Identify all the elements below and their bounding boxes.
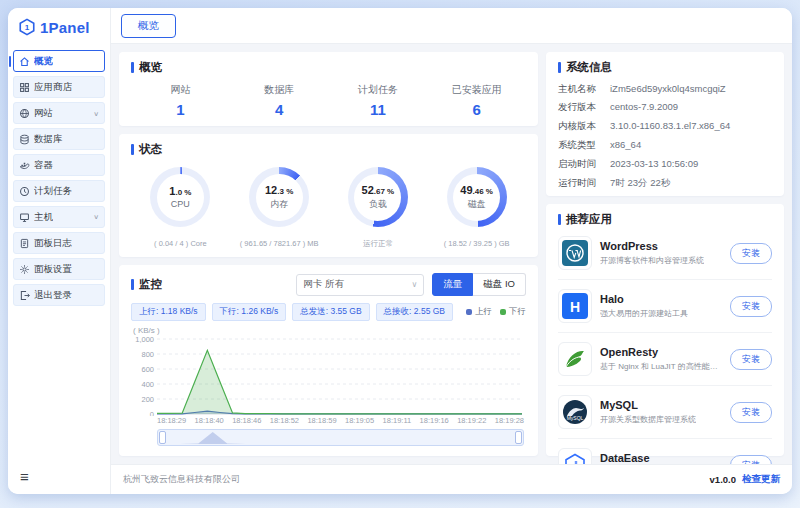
sidebar-item-settings[interactable]: 面板设置 ∨ [13,258,105,280]
gauge: 52.67 % 负载 运行正常 [329,167,428,249]
x-axis-label: 18:19:11 [383,416,412,425]
sidebar-item-host[interactable]: 主机 ∨ [13,206,105,228]
cronjob-icon [19,186,30,197]
install-button[interactable]: 安装 [730,296,772,317]
app-description: 开源博客软件和内容管理系统 [600,255,704,266]
sidebar-item-logout[interactable]: 退出登录 ∨ [13,284,105,306]
x-axis-label: 18:18:59 [307,416,336,425]
sidebar-item-container[interactable]: 容器 ∨ [13,154,105,176]
sidebar-item-cronjob[interactable]: 计划任务 ∨ [13,180,105,202]
system-info-label: 启动时间 [558,158,610,169]
database-icon [19,134,30,145]
stat-value[interactable]: 4 [230,101,329,118]
x-axis-label: 18:19:05 [345,416,374,425]
datazoom-silhouette [180,432,246,444]
datazoom-handle-left[interactable] [159,431,166,444]
monitor-controls: 网卡 所有 ∨ 流量 磁盘 IO [296,273,526,296]
traffic-chart: 02004006008001,000 [131,335,526,416]
app-row: OpenResty 基于 Nginx 和 LuaJIT 的高性能 Web 平台 … [558,333,772,386]
install-button[interactable]: 安装 [730,243,772,264]
system-info-row: 内核版本 3.10.0-1160.83.1.el7.x86_64 [558,120,772,131]
website-icon [19,108,30,119]
chevron-down-icon: ∨ [411,280,417,289]
gauge: 12.3 % 内存 ( 961.65 / 7821.67 ) MB [230,167,329,249]
legend-item-下行[interactable]: 下行 [500,306,526,318]
host-icon [19,212,30,223]
system-info-value: 2023-03-13 10:56:09 [610,158,698,169]
logo-text: 1Panel [40,19,90,36]
openresty-icon [558,342,592,376]
svg-text:400: 400 [141,380,154,389]
stat-value[interactable]: 11 [329,101,428,118]
sidebar-item-appstore[interactable]: 应用商店 ∨ [13,76,105,98]
sidebar-collapse-button[interactable]: ≡ [8,461,110,494]
datazoom-slider[interactable] [157,429,524,446]
sidebar-nav: 概览 ∨ 应用商店 ∨ 网站 ∨ [8,44,110,461]
gauge-value: 52.67 % [362,184,395,196]
right-column: 系统信息 主机名称 iZm5e6d59yxk0lq4smcgqiZ 发行版本 [546,52,784,456]
datazoom-handle-right[interactable] [515,431,522,444]
system-info-label: 运行时间 [558,177,610,188]
logo[interactable]: 1 1Panel [8,8,110,44]
app-name: MySQL [600,399,696,411]
stat-value[interactable]: 1 [131,101,230,118]
stat-label: 已安装应用 [427,83,526,97]
gauge-detail: 运行正常 [363,239,393,249]
system-info-value: centos-7.9.2009 [610,101,678,112]
stat-item: 数据库 4 [230,83,329,118]
system-info-row: 发行版本 centos-7.9.2009 [558,101,772,112]
sidebar-item-home[interactable]: 概览 ∨ [13,50,105,72]
page-background: 1 1Panel 概览 ∨ 应用商店 ∨ [0,0,800,508]
app-description: 强大易用的开源建站工具 [600,308,688,319]
stat-tag: 总发送: 3.55 GB [292,303,369,321]
stat-item: 已安装应用 6 [427,83,526,118]
sidebar-item-database[interactable]: 数据库 ∨ [13,128,105,150]
svg-text:200: 200 [141,395,154,404]
stat-label: 计划任务 [329,83,428,97]
1panel-logo-icon: 1 [18,18,36,36]
traffic-button[interactable]: 流量 [432,273,473,296]
svg-text:1,000: 1,000 [135,335,154,344]
system-info-row: 启动时间 2023-03-13 10:56:09 [558,158,772,169]
x-axis-label: 18:18:46 [232,416,261,425]
app-description: 开源关系型数据库管理系统 [600,414,696,425]
system-info-title: 系统信息 [558,60,772,75]
gauge-value: 1.0 % [169,185,191,197]
logout-icon [19,290,30,301]
logs-icon [19,238,30,249]
install-button[interactable]: 安装 [730,349,772,370]
chevron-down-icon: ∨ [93,109,99,116]
status-gauges: 1.0 % CPU ( 0.04 / 4 ) Core [131,167,526,249]
svg-text:600: 600 [141,365,154,374]
app-row: WordPress 开源博客软件和内容管理系统 安装 [558,227,772,280]
gauge-label: 负载 [369,198,387,211]
mysql-icon: MySQL [558,395,592,429]
hamburger-icon: ≡ [20,468,29,485]
stat-tag: 总接收: 2.55 GB [376,303,453,321]
home-icon [19,56,30,67]
system-info-label: 发行版本 [558,101,610,112]
check-update-link[interactable]: 检查更新 [742,473,780,486]
install-button[interactable]: 安装 [730,402,772,423]
disk-io-button[interactable]: 磁盘 IO [473,273,526,296]
system-info-row: 运行时间 7时 23分 22秒 [558,177,772,188]
system-info-label: 主机名称 [558,83,610,94]
sidebar-item-website[interactable]: 网站 ∨ [13,102,105,124]
app-description: 基于 Nginx 和 LuaJIT 的高性能 Web 平台 [600,361,718,372]
svg-text:0: 0 [150,410,154,417]
donut-ring: 52.67 % 负载 [348,167,408,227]
gauge-value: 12.3 % [265,184,293,196]
svg-text:MySQL: MySQL [567,415,584,421]
stat-value[interactable]: 6 [427,101,526,118]
tab-overview[interactable]: 概览 [121,14,176,38]
nic-select[interactable]: 网卡 所有 ∨ [296,274,424,296]
donut-ring: 1.0 % CPU [150,167,210,227]
overview-title: 概览 [131,60,526,75]
overview-stats: 网站 1 数据库 4 计划任务 [131,83,526,118]
legend-item-上行[interactable]: 上行 [466,306,492,318]
sidebar-item-logs[interactable]: 面板日志 ∨ [13,232,105,254]
version-text: v1.0.0 [710,474,736,485]
stat-tag: 上行: 1.18 KB/s [131,303,206,321]
app-row: H Halo 强大易用的开源建站工具 安装 [558,280,772,333]
gauge: 49.46 % 磁盘 ( 18.52 / 39.25 ) GB [427,167,526,249]
